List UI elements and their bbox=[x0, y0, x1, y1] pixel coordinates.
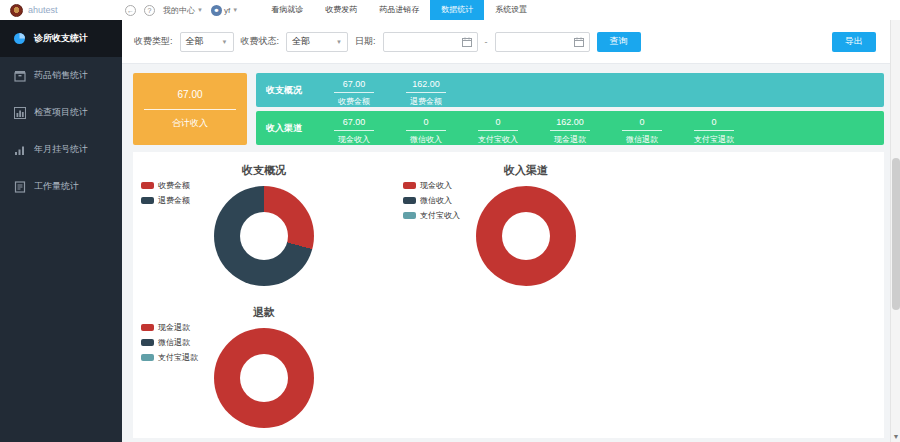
legend-item[interactable]: 现金退款 bbox=[141, 322, 198, 333]
stat-value: 67.00 bbox=[334, 79, 374, 93]
channels-bar: 收入渠道 67.00 现金收入 0 微信收入 0 支付宝收入 162.00 bbox=[256, 111, 884, 145]
my-center-label: 我的中心 bbox=[163, 5, 195, 16]
legend-item[interactable]: 支付宝退款 bbox=[141, 352, 198, 363]
legend-label: 现金退款 bbox=[158, 322, 190, 333]
legend-swatch bbox=[141, 182, 154, 189]
stat-value: 162.00 bbox=[406, 79, 446, 93]
legend-label: 支付宝收入 bbox=[420, 210, 460, 221]
stat-value: 67.00 bbox=[334, 117, 374, 131]
back-icon[interactable]: ← bbox=[125, 5, 136, 16]
vertical-scrollbar[interactable]: ▼ bbox=[890, 20, 900, 442]
filter-bar: 收费类型: 全部 ▼ 收费状态: 全部 ▼ 日期: - 查询 导出 bbox=[122, 20, 900, 64]
tab-data-statistics[interactable]: 数据统计 bbox=[430, 0, 484, 20]
avatar: ☻ bbox=[211, 5, 222, 16]
legend-swatch bbox=[403, 212, 416, 219]
legend-label: 退费金额 bbox=[158, 195, 190, 206]
date-label: 日期: bbox=[355, 35, 376, 48]
sidebar-item-registration-report[interactable]: 年月挂号统计 bbox=[0, 131, 122, 168]
logo-text: ahutest bbox=[28, 5, 58, 15]
stat-col: 67.00 现金收入 bbox=[318, 111, 390, 145]
fee-status-select[interactable]: 全部 ▼ bbox=[286, 32, 348, 52]
stat-label: 微信收入 bbox=[390, 134, 462, 145]
chart-row-2: 退款 现金退款微信退款支付宝退款 bbox=[133, 298, 884, 440]
legend-label: 微信退款 bbox=[158, 337, 190, 348]
top-nav-tabs: 看病就诊 收费发药 药品进销存 数据统计 系统设置 bbox=[260, 0, 538, 20]
sidebar-item-exam-items[interactable]: 检查项目统计 bbox=[0, 94, 122, 131]
scrollbar-thumb[interactable] bbox=[892, 158, 900, 310]
fee-status-label: 收费状态: bbox=[241, 35, 280, 48]
stat-label: 现金收入 bbox=[318, 134, 390, 145]
stat-col: 0 微信收入 bbox=[390, 111, 462, 145]
stat-col: 162.00 退费金额 bbox=[390, 73, 462, 107]
total-income-label: 合计收入 bbox=[172, 117, 208, 130]
fee-type-label: 收费类型: bbox=[134, 35, 173, 48]
chart-title: 收支概况 bbox=[133, 156, 395, 178]
chevron-down-icon: ▼ bbox=[222, 39, 228, 45]
total-income-card: 67.00 合计收入 bbox=[133, 73, 247, 145]
date-from-input[interactable] bbox=[383, 32, 478, 52]
main-content: 收费类型: 全部 ▼ 收费状态: 全部 ▼ 日期: - 查询 导出 bbox=[122, 20, 900, 442]
stat-label: 支付宝退款 bbox=[678, 134, 750, 145]
scrollbar-down-arrow[interactable]: ▼ bbox=[891, 433, 900, 440]
pie-chart-icon bbox=[13, 32, 26, 45]
stat-value: 0 bbox=[622, 117, 662, 131]
my-center-dropdown[interactable]: 我的中心 ▼ bbox=[163, 5, 203, 16]
donut-chart[interactable] bbox=[214, 186, 314, 286]
stat-label: 收费金额 bbox=[318, 96, 390, 107]
sidebar-item-label: 药品销售统计 bbox=[34, 69, 88, 82]
chart-legend: 现金退款微信退款支付宝退款 bbox=[141, 322, 198, 363]
stat-col: 0 支付宝退款 bbox=[678, 111, 750, 145]
chart-legend: 现金收入微信收入支付宝收入 bbox=[403, 180, 460, 221]
sidebar-item-label: 诊所收支统计 bbox=[34, 32, 88, 45]
summary-bars: 收支概况 67.00 收费金额 162.00 退费金额 收入渠道 67.00 现… bbox=[256, 73, 884, 145]
stat-col: 0 微信退款 bbox=[606, 111, 678, 145]
legend-swatch bbox=[141, 324, 154, 331]
stat-col: 162.00 现金退款 bbox=[534, 111, 606, 145]
sidebar-item-drug-sales[interactable]: 药品销售统计 bbox=[0, 57, 122, 94]
sidebar-item-label: 年月挂号统计 bbox=[34, 143, 88, 156]
fee-type-select[interactable]: 全部 ▼ bbox=[180, 32, 234, 52]
bar-chart-icon bbox=[13, 106, 26, 119]
sidebar: 诊所收支统计 药品销售统计 检查项目统计 年月挂号统计 工作量统计 bbox=[0, 20, 122, 442]
date-to-input[interactable] bbox=[495, 32, 590, 52]
date-separator: - bbox=[485, 37, 488, 47]
divider bbox=[144, 109, 236, 110]
legend-item[interactable]: 微信收入 bbox=[403, 195, 460, 206]
chevron-down-icon: ▼ bbox=[232, 7, 238, 13]
chevron-down-icon: ▼ bbox=[336, 39, 342, 45]
sidebar-item-workload[interactable]: 工作量统计 bbox=[0, 168, 122, 205]
logo-icon bbox=[10, 4, 23, 17]
fee-status-value: 全部 bbox=[292, 35, 310, 48]
chart-legend: 收费金额退费金额 bbox=[141, 180, 190, 206]
tab-system-settings[interactable]: 系统设置 bbox=[484, 0, 538, 20]
chart-row-1: 收支概况 收费金额退费金额 收入渠道 现金收入微信收入支付宝收入 bbox=[133, 156, 884, 298]
stat-label: 支付宝收入 bbox=[462, 134, 534, 145]
report-icon bbox=[13, 180, 26, 193]
legend-item[interactable]: 收费金额 bbox=[141, 180, 190, 191]
stat-value: 0 bbox=[406, 117, 446, 131]
help-icon[interactable]: ? bbox=[144, 5, 155, 16]
top-header: ahutest ← ? 我的中心 ▼ ☻ yf ▼ 看病就诊 收费发药 药品进销… bbox=[0, 0, 900, 20]
sidebar-item-clinic-income[interactable]: 诊所收支统计 bbox=[0, 20, 122, 57]
export-button[interactable]: 导出 bbox=[832, 32, 876, 52]
legend-item[interactable]: 退费金额 bbox=[141, 195, 190, 206]
chart-income-expense: 收支概况 收费金额退费金额 bbox=[133, 156, 395, 298]
legend-item[interactable]: 现金收入 bbox=[403, 180, 460, 191]
header-icons: ← ? 我的中心 ▼ ☻ yf ▼ bbox=[125, 5, 238, 16]
tab-outpatient[interactable]: 看病就诊 bbox=[260, 0, 314, 20]
app-logo[interactable]: ahutest bbox=[0, 4, 125, 17]
chart-title: 退款 bbox=[133, 298, 395, 320]
tab-charge-dispense[interactable]: 收费发药 bbox=[314, 0, 368, 20]
charts-panel: 收支概况 收费金额退费金额 收入渠道 现金收入微信收入支付宝收入 退款 现金退款… bbox=[133, 152, 884, 438]
chevron-down-icon: ▼ bbox=[197, 7, 203, 13]
legend-item[interactable]: 支付宝收入 bbox=[403, 210, 460, 221]
summary-section: 67.00 合计收入 收支概况 67.00 收费金额 162.00 退费金额 bbox=[122, 64, 900, 152]
user-dropdown[interactable]: ☻ yf ▼ bbox=[211, 5, 238, 16]
donut-chart[interactable] bbox=[214, 328, 314, 428]
calendar-icon bbox=[574, 37, 584, 47]
query-button[interactable]: 查询 bbox=[597, 32, 641, 52]
donut-chart[interactable] bbox=[476, 186, 576, 286]
tab-drug-inventory[interactable]: 药品进销存 bbox=[368, 0, 430, 20]
sidebar-item-label: 检查项目统计 bbox=[34, 106, 88, 119]
legend-item[interactable]: 微信退款 bbox=[141, 337, 198, 348]
